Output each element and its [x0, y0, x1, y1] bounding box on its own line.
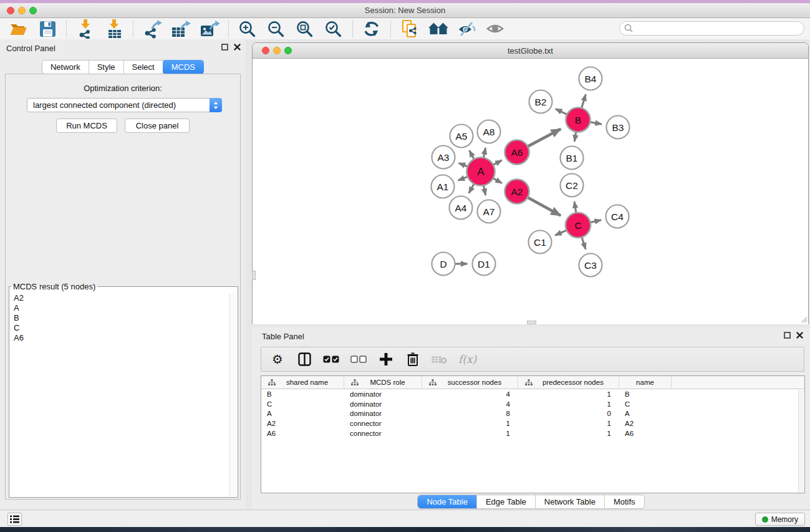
- delete-column-button[interactable]: [405, 350, 421, 369]
- edge-A-A3[interactable]: [459, 163, 468, 167]
- network-from-clipboard-button[interactable]: [399, 19, 420, 39]
- graph-node-A6[interactable]: A6: [505, 140, 529, 165]
- mcds-result-item[interactable]: A: [14, 303, 229, 313]
- column-header-shared-name[interactable]: shared name: [261, 376, 344, 389]
- table-settings-button[interactable]: ⚙: [269, 350, 286, 369]
- edge-A-A6[interactable]: [493, 160, 501, 165]
- refresh-view-button[interactable]: [361, 19, 382, 39]
- zoom-selected-button[interactable]: [323, 19, 344, 39]
- export-network-button[interactable]: [142, 19, 163, 39]
- export-image-button[interactable]: [199, 19, 220, 39]
- mcds-result-item[interactable]: C: [14, 323, 229, 333]
- table-row[interactable]: A6connector11A6: [261, 428, 804, 438]
- mcds-result-item[interactable]: A6: [14, 333, 229, 343]
- run-mcds-button[interactable]: Run MCDS: [56, 118, 117, 133]
- network-canvas[interactable]: B4B2BB3A8A5A6A3B1AC2A1A2A4A7C4CC1DD1C3: [253, 59, 808, 324]
- splitter-handle-bottom[interactable]: [527, 321, 536, 324]
- save-session-button[interactable]: [37, 19, 58, 39]
- graph-node-C4[interactable]: C4: [606, 205, 629, 228]
- edge-A2-C[interactable]: [528, 198, 561, 216]
- table-scrollbar[interactable]: [798, 390, 804, 492]
- graph-node-B3[interactable]: B3: [607, 116, 630, 139]
- tab-node-table[interactable]: Node Table: [418, 495, 477, 508]
- table-row[interactable]: A2connector11A2: [261, 418, 804, 428]
- graph-node-A[interactable]: A: [467, 158, 495, 186]
- graph-node-C1[interactable]: C1: [529, 231, 552, 254]
- float-panel-icon[interactable]: [221, 44, 228, 51]
- graph-node-A3[interactable]: A3: [432, 146, 455, 169]
- graph-node-B[interactable]: B: [566, 108, 591, 132]
- edge-B-B2[interactable]: [556, 109, 567, 115]
- edge-A-A7[interactable]: [484, 186, 486, 195]
- splitter-handle-left[interactable]: [252, 271, 256, 280]
- table-row[interactable]: Cdominator41C: [261, 399, 804, 409]
- home-button[interactable]: [428, 19, 449, 39]
- edge-C-C2[interactable]: [574, 201, 576, 213]
- graph-node-A4[interactable]: A4: [450, 196, 473, 220]
- tab-motifs[interactable]: Motifs: [605, 495, 644, 508]
- graph-node-C2[interactable]: C2: [561, 174, 584, 197]
- graph-node-A8[interactable]: A8: [478, 120, 501, 143]
- table-row[interactable]: Bdominator41B: [261, 389, 804, 399]
- mcds-result-item[interactable]: A2: [14, 293, 229, 303]
- float-table-panel-icon[interactable]: [784, 332, 791, 339]
- select-all-button[interactable]: [323, 350, 340, 369]
- edge-A-A5[interactable]: [470, 150, 474, 158]
- graph-node-B4[interactable]: B4: [579, 67, 602, 90]
- hide-graphics-details-button[interactable]: [456, 19, 478, 39]
- close-panel-button[interactable]: Close panel: [125, 118, 190, 133]
- criterion-dropdown[interactable]: largest connected component (directed): [27, 98, 222, 112]
- graph-node-A5[interactable]: A5: [450, 125, 473, 148]
- export-table-button[interactable]: [170, 19, 191, 39]
- edge-B-B4[interactable]: [582, 94, 586, 107]
- delete-table-button[interactable]: [432, 350, 448, 369]
- memory-button[interactable]: Memory: [755, 513, 805, 526]
- graph-node-A2[interactable]: A2: [505, 180, 529, 204]
- edge-A-A2[interactable]: [493, 178, 502, 183]
- task-history-button[interactable]: [7, 513, 22, 526]
- search-input[interactable]: [619, 21, 804, 36]
- graph-node-C[interactable]: C: [566, 213, 591, 238]
- edge-C-C4[interactable]: [591, 220, 601, 223]
- add-column-button[interactable]: [378, 350, 394, 369]
- column-header-MCDS-role[interactable]: MCDS role: [344, 376, 422, 389]
- show-graphics-details-button[interactable]: [485, 19, 506, 39]
- edge-A-A4[interactable]: [469, 184, 474, 193]
- graph-node-A7[interactable]: A7: [478, 200, 501, 223]
- tab-edge-table[interactable]: Edge Table: [477, 495, 536, 508]
- zoom-out-button[interactable]: [266, 19, 287, 39]
- graph-node-B1[interactable]: B1: [561, 147, 584, 170]
- graph-node-D1[interactable]: D1: [473, 253, 496, 276]
- tab-network-table[interactable]: Network Table: [536, 495, 605, 508]
- import-network-button[interactable]: [75, 19, 96, 39]
- column-header-predecessor-nodes[interactable]: predecessor nodes: [518, 376, 619, 389]
- import-table-button[interactable]: [104, 19, 125, 39]
- open-session-button[interactable]: [8, 19, 29, 39]
- column-view-button[interactable]: [296, 350, 312, 369]
- edge-C-C3[interactable]: [582, 238, 586, 249]
- graph-node-A1[interactable]: A1: [432, 175, 455, 198]
- resize-grip-icon[interactable]: [800, 316, 808, 323]
- graph-node-B2[interactable]: B2: [529, 90, 552, 114]
- edge-B-B1[interactable]: [574, 132, 576, 142]
- column-header-successor-nodes[interactable]: successor nodes: [422, 376, 518, 389]
- mcds-result-scrollbar[interactable]: [229, 293, 237, 496]
- close-panel-icon[interactable]: [234, 44, 241, 51]
- mcds-result-item[interactable]: B: [14, 313, 229, 323]
- graph-node-C3[interactable]: C3: [579, 254, 602, 277]
- edge-B-B3[interactable]: [591, 122, 602, 124]
- graph-node-D[interactable]: D: [432, 253, 455, 276]
- edge-A6-B[interactable]: [528, 129, 561, 147]
- table-row[interactable]: Adominator80A: [261, 409, 804, 418]
- function-builder-button[interactable]: f(x): [458, 350, 476, 369]
- tab-style[interactable]: Style: [89, 60, 124, 74]
- tab-select[interactable]: Select: [124, 60, 163, 74]
- deselect-all-button[interactable]: [350, 350, 367, 369]
- edge-A-A8[interactable]: [484, 148, 486, 157]
- tab-mcds[interactable]: MCDS: [163, 60, 204, 74]
- edge-C-C1[interactable]: [555, 230, 566, 235]
- column-header-name[interactable]: name: [619, 376, 672, 389]
- edge-A-A1[interactable]: [458, 177, 468, 180]
- close-table-panel-icon[interactable]: [796, 332, 803, 339]
- zoom-in-button[interactable]: [237, 19, 258, 39]
